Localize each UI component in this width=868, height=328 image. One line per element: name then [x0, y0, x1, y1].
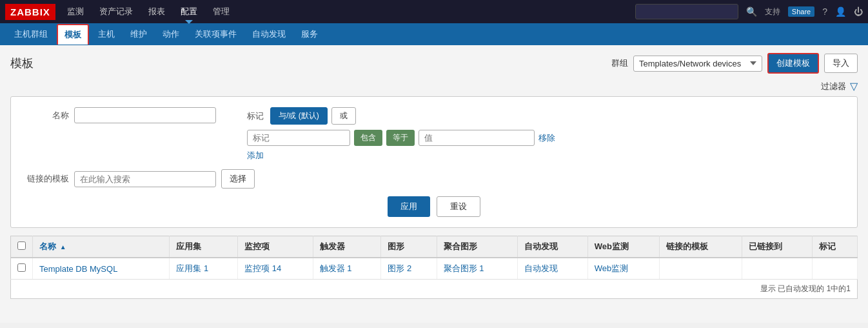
appset-link[interactable]: 应用集 1	[176, 263, 208, 273]
tag-value-input[interactable]	[419, 130, 535, 146]
row-linked-to-cell	[742, 258, 812, 280]
support-link[interactable]: 支持	[765, 6, 780, 17]
nav-item-config[interactable]: 配置	[179, 3, 199, 20]
zshare-icon[interactable]: Share	[788, 6, 814, 17]
row-checkbox[interactable]	[17, 263, 26, 272]
row-webmonitor-cell: Web监测	[587, 258, 659, 280]
page-header-right: 群组 Templates/Network devices 创建模板 导入	[611, 53, 858, 74]
create-template-button[interactable]: 创建模板	[767, 53, 819, 74]
filter-form: 名称 标记 与/或 (默认) 或 包含 等于 移除 添加	[10, 96, 858, 228]
tag-and-or-button[interactable]: 与/或 (默认)	[270, 107, 328, 125]
row-trigger-cell: 触发器 1	[313, 258, 381, 280]
filter-name-field: 名称	[24, 107, 216, 123]
row-checkbox-cell	[11, 258, 33, 280]
tag-name-input[interactable]	[247, 130, 350, 146]
col-linked-to: 已链接到	[742, 236, 812, 258]
nav-item-monitor[interactable]: 监测	[66, 3, 85, 20]
row-graph-cell: 图形 2	[381, 258, 437, 280]
row-monitor-cell: 监控项 14	[238, 258, 313, 280]
col-monitor: 监控项	[238, 236, 313, 258]
table-body: Template DB MySQL 应用集 1 监控项 14 触发器 1 图形 …	[11, 258, 858, 280]
select-all-checkbox[interactable]	[17, 241, 26, 250]
tag-include-button[interactable]: 包含	[354, 130, 382, 146]
table-footer: 显示 已自动发现的 1中的1	[10, 280, 858, 299]
subnav-services[interactable]: 服务	[295, 25, 324, 44]
power-icon[interactable]: ⏻	[854, 6, 863, 17]
search-input[interactable]	[635, 4, 738, 19]
filter-row-1: 名称 标记 与/或 (默认) 或 包含 等于 移除 添加	[24, 107, 844, 161]
subnav-correlations[interactable]: 关联项事件	[188, 25, 243, 44]
table-header-row: 名称 ▲ 应用集 监控项 触发器 图形 聚合图形	[11, 236, 858, 258]
name-label: 名称	[24, 110, 69, 121]
filter-buttons: 应用 重设	[24, 196, 844, 217]
templates-table: 名称 ▲ 应用集 监控项 触发器 图形 聚合图形	[10, 236, 858, 280]
zabbix-logo[interactable]: ZABBIX	[5, 4, 55, 20]
nav-item-assets[interactable]: 资产记录	[98, 3, 134, 20]
row-aggregate-cell: 聚合图形 1	[437, 258, 517, 280]
search-icon[interactable]: 🔍	[746, 6, 757, 17]
subnav-hostgroups[interactable]: 主机群组	[8, 25, 54, 44]
row-name-cell: Template DB MySQL	[33, 258, 170, 280]
col-trigger: 触发器	[313, 236, 381, 258]
apply-button[interactable]: 应用	[388, 196, 430, 217]
filter-row-2: 链接的模板 选择	[24, 169, 844, 189]
trigger-link[interactable]: 触发器 1	[320, 263, 352, 273]
add-tag-link[interactable]: 添加	[247, 150, 264, 160]
col-trigger-label: 触发器	[320, 241, 345, 251]
page-header: 模板 群组 Templates/Network devices 创建模板 导入	[10, 53, 858, 74]
tag-label: 标记	[247, 110, 266, 122]
col-appset-label: 应用集	[176, 241, 201, 251]
user-icon[interactable]: 👤	[835, 6, 846, 17]
import-button[interactable]: 导入	[824, 54, 858, 73]
linked-template-label: 链接的模板	[24, 173, 69, 185]
main-content: 模板 群组 Templates/Network devices 创建模板 导入 …	[0, 45, 868, 323]
help-icon[interactable]: ?	[822, 6, 827, 17]
col-linked-to-label: 已链接到	[749, 241, 782, 251]
subnav-autodiscovery[interactable]: 自动发现	[246, 25, 292, 44]
top-nav-items: 监测 资产记录 报表 配置 管理	[66, 3, 635, 20]
choose-button[interactable]: 选择	[221, 169, 255, 189]
monitor-link[interactable]: 监控项 14	[244, 263, 281, 273]
webmonitor-link[interactable]: Web监测	[595, 263, 629, 273]
col-linked-template-label: 链接的模板	[666, 241, 708, 251]
linked-template-field: 链接的模板 选择	[24, 169, 255, 189]
col-name: 名称 ▲	[33, 236, 170, 258]
top-nav-right: 🔍 支持 Share ? 👤 ⏻	[635, 4, 863, 19]
sub-navigation: 主机群组 模板 主机 维护 动作 关联项事件 自动发现 服务	[0, 23, 868, 45]
col-graph-label: 图形	[388, 241, 404, 251]
subnav-templates[interactable]: 模板	[57, 24, 89, 45]
reset-button[interactable]: 重设	[437, 196, 480, 217]
col-aggregate-label: 聚合图形	[444, 241, 477, 251]
col-name-label[interactable]: 名称	[39, 241, 56, 251]
group-select[interactable]: Templates/Network devices	[633, 56, 762, 72]
autodiscovery-link[interactable]: 自动发现	[524, 263, 558, 273]
col-tags: 标记	[812, 236, 857, 258]
sort-icon: ▲	[60, 243, 66, 251]
aggregate-link[interactable]: 聚合图形 1	[444, 263, 484, 273]
row-appset-cell: 应用集 1	[170, 258, 238, 280]
template-name-link[interactable]: Template DB MySQL	[39, 264, 117, 274]
page-title: 模板	[10, 56, 34, 71]
filter-bar: 过滤器 ▽	[10, 80, 858, 92]
tag-equals-button[interactable]: 等于	[386, 130, 415, 146]
subnav-hosts[interactable]: 主机	[92, 25, 121, 44]
subnav-maintenance[interactable]: 维护	[124, 25, 153, 44]
col-webmonitor-label: Web监测	[595, 241, 629, 251]
tag-filter-row: 包含 等于 移除	[247, 130, 844, 146]
subnav-actions[interactable]: 动作	[156, 25, 186, 44]
group-label: 群组	[611, 57, 628, 69]
tag-row: 标记 与/或 (默认) 或	[247, 107, 844, 125]
col-graph: 图形	[381, 236, 437, 258]
name-input[interactable]	[74, 107, 216, 123]
table-header: 名称 ▲ 应用集 监控项 触发器 图形 聚合图形	[11, 236, 858, 258]
tag-or-button[interactable]: 或	[331, 107, 356, 125]
add-tag-section: 添加	[247, 150, 844, 161]
remove-tag-link[interactable]: 移除	[538, 132, 555, 144]
filter-icon[interactable]: ▽	[850, 80, 858, 92]
col-tags-label: 标记	[819, 241, 836, 251]
nav-item-reports[interactable]: 报表	[147, 3, 166, 20]
filter-text-label: 过滤器	[821, 81, 846, 92]
nav-item-admin[interactable]: 管理	[212, 3, 231, 20]
graph-link[interactable]: 图形 2	[388, 263, 411, 273]
linked-template-input[interactable]	[74, 171, 216, 187]
